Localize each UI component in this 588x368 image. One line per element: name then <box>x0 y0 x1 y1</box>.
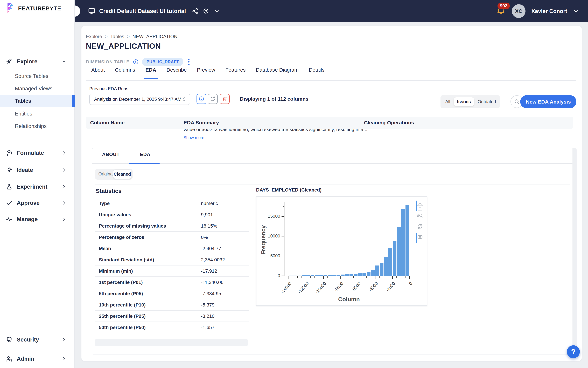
featurebyte-logo-icon <box>6 3 16 14</box>
kebab-menu-icon[interactable] <box>187 58 191 66</box>
run-refresh-button[interactable] <box>208 94 218 104</box>
sidebar-item-approve[interactable]: Approve <box>0 196 75 210</box>
sidebar-item-experiment[interactable]: Experiment <box>0 180 75 193</box>
sidebar-item-relationships[interactable]: Relationships <box>0 121 75 132</box>
run-delete-button[interactable] <box>220 94 230 104</box>
trash-icon <box>222 96 227 102</box>
eda-run-select[interactable]: Analysis on December 1, 2025 9:43:47 AM <box>89 94 190 105</box>
sidebar-item-manage[interactable]: Manage <box>0 212 75 226</box>
sidebar-item-label: Relationships <box>15 123 47 129</box>
tab-preview[interactable]: Preview <box>197 67 215 78</box>
y-minor-tick <box>283 266 284 266</box>
x-minor-tick <box>328 276 328 278</box>
sidebar-item-admin[interactable]: Admin <box>0 352 75 366</box>
x-minor-tick <box>293 276 293 278</box>
y-minor-tick <box>283 246 284 246</box>
x-major-tick <box>375 276 375 279</box>
histogram-plot[interactable]: 050001000015000-14000-12000-10000-8000-6… <box>257 197 427 305</box>
stat-row-unique-values: Unique values9,901 <box>95 209 249 221</box>
tab-about[interactable]: About <box>91 67 105 78</box>
toggle-original[interactable]: Original <box>98 171 114 177</box>
column-name-header: Column Name <box>90 120 125 126</box>
sidebar-item-source-tables[interactable]: Source Tables <box>0 71 75 82</box>
histogram-bar <box>323 275 327 276</box>
histogram-bar <box>405 205 409 276</box>
x-minor-tick <box>310 276 311 278</box>
vertical-scrollbar-track[interactable] <box>572 148 576 354</box>
breadcrumb-tables[interactable]: Tables <box>110 34 124 39</box>
horizontal-scrollbar-track[interactable] <box>95 339 248 346</box>
tab-eda[interactable]: EDA <box>145 67 156 78</box>
stat-row-min: Minimum (min)-17,912 <box>95 266 249 277</box>
filter-outdated[interactable]: Outdated <box>475 97 499 106</box>
box-zoom-tool-icon[interactable] <box>417 213 423 219</box>
breadcrumb-separator: > <box>105 34 107 39</box>
x-minor-tick <box>366 276 366 278</box>
filter-all[interactable]: All <box>442 97 453 106</box>
eda-summary-header: EDA Summary <box>184 120 219 126</box>
histogram-chart[interactable]: 050001000015000-14000-12000-10000-8000-6… <box>256 196 427 306</box>
sidebar-item-label: Security <box>17 336 39 343</box>
version-toggle: Original Cleaned <box>95 169 133 180</box>
filter-issues[interactable]: Issues <box>454 97 474 106</box>
sidebar-item-label: Ideate <box>17 167 33 173</box>
histogram-bar <box>388 248 392 276</box>
tab-details[interactable]: Details <box>309 67 325 78</box>
x-axis-line <box>284 276 415 276</box>
x-minor-tick <box>297 276 298 278</box>
sidebar-item-entities[interactable]: Entities <box>0 108 75 120</box>
tab-describe[interactable]: Describe <box>167 67 187 78</box>
info-icon[interactable] <box>133 59 139 65</box>
help-button[interactable]: ? <box>567 345 580 358</box>
new-eda-analysis-button[interactable]: New EDA Analysis <box>520 95 576 108</box>
sidebar-item-ideate[interactable]: Ideate <box>0 163 75 177</box>
share-icon[interactable] <box>192 8 199 15</box>
breadcrumb-current: NEW_APPLICATION <box>133 34 178 39</box>
pan-tool-icon[interactable] <box>417 202 423 208</box>
run-info-button[interactable] <box>196 94 206 104</box>
logo-text-byte: BYTE <box>46 5 61 12</box>
x-tick-label: 0 <box>394 281 414 302</box>
avatar[interactable]: XC <box>512 4 526 18</box>
toggle-cleaned[interactable]: Cleaned <box>113 170 131 179</box>
x-minor-tick <box>302 276 302 278</box>
x-minor-tick <box>319 276 319 278</box>
stat-row-p25: 25th percentile (P25)-3,210 <box>95 311 249 322</box>
gear-icon[interactable] <box>202 8 209 15</box>
sidebar-item-formulate[interactable]: Formulate <box>0 146 75 160</box>
tab-database-diagram[interactable]: Database Diagram <box>256 67 299 78</box>
x-minor-tick <box>345 276 345 278</box>
histogram-bar <box>380 263 383 276</box>
sidebar-item-explore[interactable]: Explore <box>0 55 75 68</box>
user-menu-chevron-icon[interactable] <box>573 8 579 14</box>
chevron-right-icon <box>62 184 67 189</box>
sidebar: FEATUREBYTE Explore Source Tables Manage… <box>0 0 75 368</box>
histogram-bar <box>311 276 314 276</box>
workspace-chevron-down-icon[interactable] <box>214 8 220 14</box>
histogram-bar <box>332 275 336 276</box>
notifications-button[interactable]: 992 <box>497 6 506 16</box>
tab-columns[interactable]: Columns <box>115 67 135 78</box>
reset-view-tool-icon[interactable] <box>417 223 423 230</box>
tab-features[interactable]: Features <box>225 67 246 78</box>
detail-tab-eda[interactable]: EDA <box>140 152 151 157</box>
detail-tab-about[interactable]: ABOUT <box>102 152 119 157</box>
histogram-bar <box>289 276 293 276</box>
x-minor-tick <box>362 276 362 278</box>
breadcrumb-explore[interactable]: Explore <box>86 34 102 39</box>
statistics-table: Typenumeric Unique values9,901 Percentag… <box>95 198 249 333</box>
sidebar-item-tables[interactable]: Tables <box>0 95 75 107</box>
tooltip-tool-icon[interactable] <box>417 234 423 240</box>
search-icon <box>514 99 520 105</box>
histogram-bar <box>341 275 345 276</box>
featurebyte-logo[interactable]: FEATUREBYTE <box>6 3 61 14</box>
sidebar-item-managed-views[interactable]: Managed Views <box>0 83 75 94</box>
chevron-right-icon <box>62 150 67 156</box>
y-major-tick <box>282 236 284 236</box>
show-more-link[interactable]: Show more <box>184 135 204 140</box>
sidebar-item-label: Manage <box>17 216 38 222</box>
user-search-icon <box>6 355 13 362</box>
x-minor-tick <box>405 276 405 278</box>
x-tick-label: -10000 <box>307 281 327 302</box>
sidebar-item-security[interactable]: Security <box>0 333 75 347</box>
